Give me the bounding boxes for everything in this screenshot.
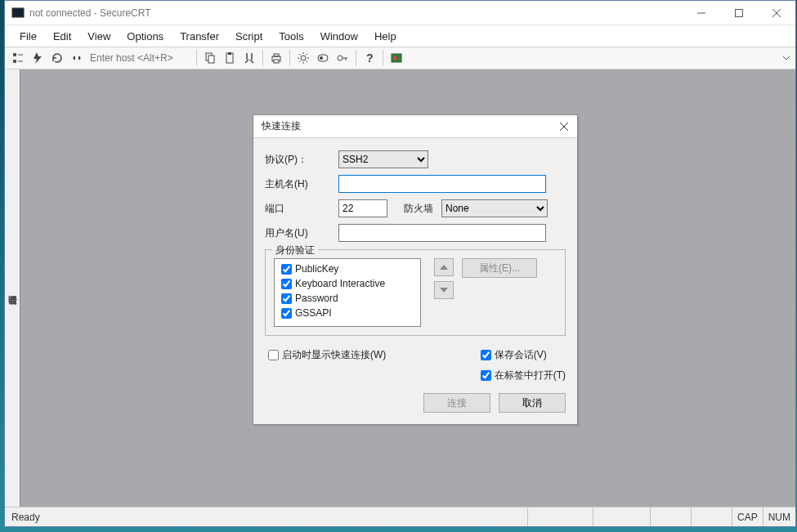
auth-password: Password xyxy=(278,291,417,306)
quick-connect-icon[interactable] xyxy=(29,49,47,67)
menu-tools[interactable]: Tools xyxy=(271,27,311,46)
svg-rect-3 xyxy=(736,9,743,16)
auth-legend: 身份验证 xyxy=(272,244,318,257)
save-session-checkbox[interactable]: 保存会话(V) xyxy=(477,347,566,363)
protocol-select[interactable]: SSH2 xyxy=(338,150,428,168)
port-label: 端口 xyxy=(265,202,338,216)
status-cell-2 xyxy=(593,507,650,526)
status-cap: CAP xyxy=(732,507,763,526)
svg-point-17 xyxy=(301,56,306,60)
toolbar: ? xyxy=(5,47,795,69)
auth-publickey: PublicKey xyxy=(278,262,417,276)
settings-icon[interactable] xyxy=(294,49,312,67)
svg-point-20 xyxy=(338,56,343,60)
quick-connect-dialog: 快速连接 协议(P)： SSH2 主机名(H) 端口 xyxy=(253,114,578,425)
auth-groupbox: 身份验证 PublicKey Keyboard Interactive Pass… xyxy=(265,249,566,336)
properties-button[interactable]: 属性(E)... xyxy=(462,258,537,278)
username-input[interactable] xyxy=(338,224,546,242)
svg-rect-11 xyxy=(208,56,214,63)
find-icon[interactable] xyxy=(240,49,258,67)
statusbar: Ready CAP NUM xyxy=(5,507,795,526)
menu-transfer[interactable]: Transfer xyxy=(172,27,227,46)
menubar: File Edit View Options Transfer Script T… xyxy=(5,25,795,47)
status-cell-3 xyxy=(650,507,691,526)
svg-rect-25 xyxy=(393,56,396,60)
close-button[interactable] xyxy=(758,1,795,25)
securefx-icon[interactable] xyxy=(387,49,405,67)
terminal-area: 快速连接 协议(P)： SSH2 主机名(H) 端口 xyxy=(20,69,795,507)
workspace: 会话管理器 快速连接 协议(P)： SSH2 主机名(H) xyxy=(5,69,795,507)
options-icon[interactable] xyxy=(314,49,332,67)
copy-icon[interactable] xyxy=(201,49,219,67)
protocol-label: 协议(P)： xyxy=(265,153,338,167)
disconnect-icon[interactable] xyxy=(68,49,86,67)
connect-button[interactable]: 连接 xyxy=(423,393,490,413)
help-icon[interactable]: ? xyxy=(360,49,378,67)
svg-rect-13 xyxy=(228,52,231,55)
cancel-button[interactable]: 取消 xyxy=(499,393,566,413)
firewall-label: 防火墙 xyxy=(404,202,433,216)
status-cell-1 xyxy=(527,507,593,526)
auth-list[interactable]: PublicKey Keyboard Interactive Password … xyxy=(274,258,421,327)
status-ready: Ready xyxy=(5,512,47,523)
svg-rect-1 xyxy=(13,9,23,16)
menu-options[interactable]: Options xyxy=(119,27,172,46)
auth-keyboard-interactive: Keyboard Interactive xyxy=(278,276,417,291)
app-icon xyxy=(11,7,25,20)
app-window: not connected - SecureCRT File Edit View… xyxy=(4,0,796,527)
auth-gssapi: GSSAPI xyxy=(278,306,417,320)
status-num: NUM xyxy=(763,507,795,526)
move-down-button[interactable] xyxy=(434,281,454,299)
dialog-close-button[interactable] xyxy=(551,115,577,138)
show-on-startup-checkbox[interactable]: 启动时显示快速连接(W) xyxy=(265,347,477,363)
minimize-button[interactable] xyxy=(683,1,720,25)
menu-view[interactable]: View xyxy=(79,27,119,46)
username-label: 用户名(U) xyxy=(265,226,338,240)
menu-help[interactable]: Help xyxy=(366,27,405,46)
svg-rect-16 xyxy=(274,60,279,63)
status-cell-4 xyxy=(691,507,732,526)
hostname-input[interactable] xyxy=(338,175,546,193)
menu-file[interactable]: File xyxy=(11,27,45,46)
firewall-select[interactable]: None xyxy=(441,199,548,217)
dialog-titlebar: 快速连接 xyxy=(253,115,577,138)
titlebar: not connected - SecureCRT xyxy=(5,1,795,25)
open-in-tab-checkbox[interactable]: 在标签中打开(T) xyxy=(477,368,566,383)
hostname-label: 主机名(H) xyxy=(265,177,338,191)
print-icon[interactable] xyxy=(267,49,285,67)
session-manager-tab[interactable]: 会话管理器 xyxy=(5,69,20,507)
svg-text:?: ? xyxy=(366,51,374,65)
window-title: not connected - SecureCRT xyxy=(29,7,151,19)
toolbar-overflow-icon[interactable] xyxy=(781,49,792,67)
menu-window[interactable]: Window xyxy=(312,27,366,46)
svg-rect-6 xyxy=(13,53,16,56)
move-up-button[interactable] xyxy=(434,258,454,276)
session-manager-icon[interactable] xyxy=(9,49,27,67)
svg-rect-7 xyxy=(13,60,16,63)
key-icon[interactable] xyxy=(334,49,351,67)
host-input[interactable] xyxy=(87,50,193,66)
reconnect-icon[interactable] xyxy=(48,49,66,67)
svg-point-19 xyxy=(320,56,323,60)
port-input[interactable] xyxy=(338,199,387,217)
svg-rect-15 xyxy=(274,54,279,56)
dialog-title: 快速连接 xyxy=(253,119,309,133)
menu-script[interactable]: Script xyxy=(227,27,271,46)
maximize-button[interactable] xyxy=(720,1,758,25)
menu-edit[interactable]: Edit xyxy=(45,27,79,46)
paste-icon[interactable] xyxy=(221,49,239,67)
